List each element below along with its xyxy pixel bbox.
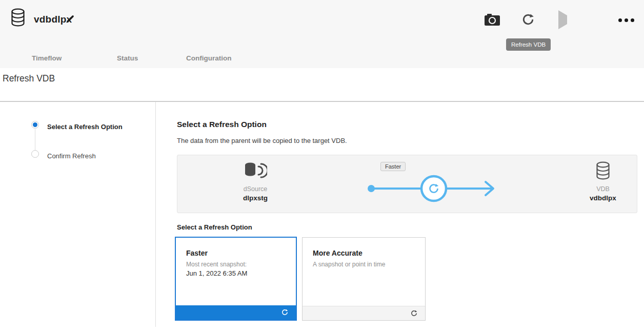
step-indicator-confirm-refresh bbox=[31, 150, 39, 158]
snapshot-camera-icon[interactable] bbox=[484, 13, 500, 28]
database-icon bbox=[10, 8, 26, 29]
faster-badge: Faster bbox=[380, 162, 406, 171]
wizard-step-confirm-refresh[interactable]: Confirm Refresh bbox=[47, 152, 96, 160]
step-connector-line bbox=[35, 129, 35, 150]
option-snapshot-date: Jun 1, 2022 6:35 AM bbox=[186, 269, 247, 277]
vdb-type-label: VDB bbox=[570, 185, 636, 193]
tab-timeflow[interactable]: Timeflow bbox=[32, 54, 62, 62]
page-title: Refresh VDB bbox=[3, 73, 55, 84]
vdb-database-icon bbox=[595, 173, 611, 181]
option-subtext: Most recent snapshot: bbox=[186, 261, 247, 268]
sidebar-divider bbox=[155, 102, 156, 327]
step-indicator-select-refresh-option bbox=[31, 121, 39, 129]
more-actions-ellipsis-icon[interactable] bbox=[618, 18, 634, 22]
vdb-node: VDB vdbdlpx bbox=[570, 161, 636, 202]
dsource-name: dlpxstg bbox=[222, 194, 289, 202]
options-group-label: Select a Refresh Option bbox=[177, 223, 252, 231]
tab-configuration[interactable]: Configuration bbox=[186, 54, 231, 62]
refresh-vdb-tooltip: Refresh VDB bbox=[506, 38, 551, 51]
header: vdbdlpx Refresh VDB Timeflow Status Conf… bbox=[0, 0, 644, 68]
option-footer-selected bbox=[176, 305, 296, 320]
edit-pencil-icon[interactable] bbox=[65, 14, 75, 26]
refresh-icon bbox=[410, 309, 418, 317]
section-heading: Select a Refresh Option bbox=[177, 120, 267, 129]
option-card-faster[interactable]: Faster Most recent snapshot: Jun 1, 2022… bbox=[175, 237, 297, 321]
option-title: Faster bbox=[186, 249, 208, 257]
tab-status[interactable]: Status bbox=[117, 54, 138, 62]
option-title: More Accurate bbox=[313, 249, 363, 257]
refresh-flow-arrow bbox=[367, 172, 500, 207]
dsource-node: dSource dlpxstg bbox=[222, 161, 289, 202]
vdb-name: vdbdlpx bbox=[570, 194, 636, 202]
option-footer bbox=[303, 306, 425, 320]
refresh-diagram-panel: dSource dlpxstg Faster VDB vdbdlpx bbox=[177, 155, 637, 213]
dsource-type-label: dSource bbox=[222, 185, 289, 193]
refresh-icon bbox=[281, 308, 289, 316]
start-play-icon[interactable] bbox=[558, 15, 567, 25]
section-description: The data from the parent will be copied … bbox=[177, 137, 347, 144]
horizontal-divider bbox=[0, 101, 644, 102]
refresh-vdb-icon[interactable] bbox=[521, 12, 535, 29]
wizard-step-select-refresh-option[interactable]: Select a Refresh Option bbox=[47, 123, 123, 131]
option-subtext: A snapshot or point in time bbox=[313, 261, 385, 268]
dsource-icon bbox=[244, 173, 267, 181]
option-card-more-accurate[interactable]: More Accurate A snapshot or point in tim… bbox=[302, 237, 426, 321]
